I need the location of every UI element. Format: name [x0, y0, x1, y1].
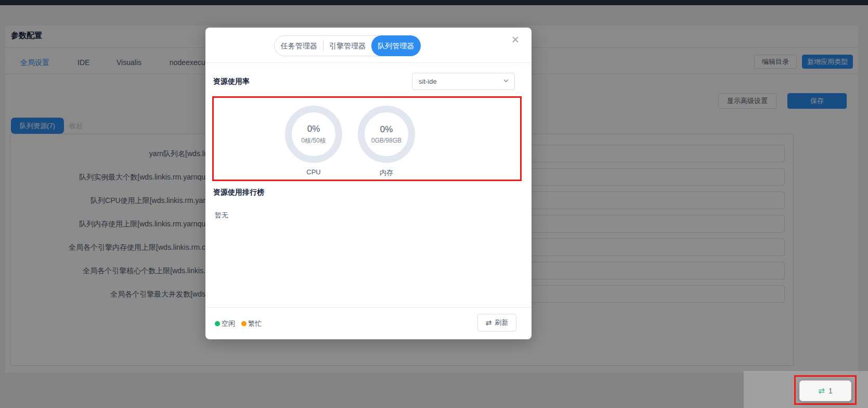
idle-dot-icon — [215, 321, 220, 326]
ranking-title: 资源使用排行榜 — [213, 188, 264, 197]
cpu-detail: 0核/50核 — [301, 136, 326, 145]
gauge-ring: 0% 0核/50核 — [285, 106, 342, 163]
legend-item-idle: 空闲 — [215, 319, 235, 328]
chevron-down-icon — [503, 78, 509, 85]
tab-queue-manager[interactable]: 队列管理器 — [371, 35, 421, 56]
busy-dot-icon — [241, 321, 247, 326]
status-legend: 空闲 繁忙 — [215, 319, 262, 328]
divider — [205, 62, 532, 63]
close-icon[interactable]: ✕ — [509, 33, 522, 46]
ranking-empty-text: 暂无 — [215, 211, 228, 220]
memory-percent: 0% — [380, 124, 393, 135]
cpu-gauge: 0% 0核/50核 CPU — [285, 106, 342, 176]
manager-tab-group: 任务管理器 引擎管理器 队列管理器 — [274, 35, 421, 56]
memory-label: 内存 — [358, 168, 415, 177]
swap-icon: ⇄ — [818, 386, 825, 396]
idle-label: 空闲 — [222, 319, 235, 328]
resource-usage-title: 资源使用率 — [213, 77, 250, 86]
queue-select-value: sit-ide — [419, 78, 503, 85]
app-screen: 参数配置 全局设置 IDE Visualis nodeexecut 编辑目录 新… — [0, 0, 868, 408]
memory-detail: 0GB/98GB — [371, 137, 401, 144]
gauge-ring: 0% 0GB/98GB — [358, 106, 415, 163]
busy-label: 繁忙 — [248, 319, 262, 328]
tab-task-manager[interactable]: 任务管理器 — [275, 36, 323, 56]
legend-item-busy: 繁忙 — [241, 319, 262, 328]
queue-manager-modal: ✕ 任务管理器 引擎管理器 队列管理器 资源使用率 sit-ide 0% 0核/… — [205, 28, 532, 339]
cpu-label: CPU — [285, 168, 342, 176]
floating-pager-button[interactable]: ⇄ 1 — [799, 380, 851, 401]
refresh-icon: ⇄ — [486, 318, 492, 327]
cpu-percent: 0% — [307, 124, 320, 134]
memory-gauge: 0% 0GB/98GB 内存 — [358, 106, 415, 177]
tab-engine-manager[interactable]: 引擎管理器 — [323, 36, 371, 56]
divider — [205, 307, 532, 308]
queue-select[interactable]: sit-ide — [412, 73, 515, 90]
refresh-button[interactable]: ⇄ 刷新 — [477, 314, 516, 332]
refresh-label: 刷新 — [495, 318, 508, 327]
page-number: 1 — [828, 387, 833, 395]
